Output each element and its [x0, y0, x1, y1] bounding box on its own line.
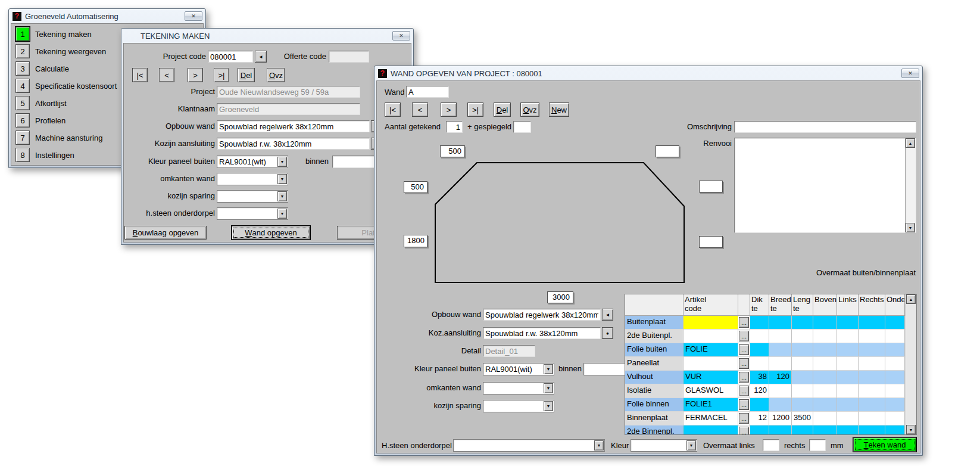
rechts-cell[interactable] — [859, 343, 885, 357]
lengte-cell[interactable] — [792, 425, 813, 435]
kleur-paneel-buiten-select[interactable]: RAL9001(wit) ▼ — [483, 363, 554, 375]
chevron-down-icon[interactable]: ▼ — [544, 383, 553, 393]
rechts-cell[interactable] — [859, 384, 885, 398]
onder-cell[interactable] — [885, 316, 905, 330]
links-cell[interactable] — [837, 357, 859, 371]
lookup-dots-button[interactable]: ... — [739, 331, 749, 341]
artikel-cell[interactable]: FERMACEL — [683, 412, 738, 425]
lookup-dots-button[interactable]: ... — [739, 413, 749, 424]
lengte-cell[interactable] — [792, 357, 813, 371]
rechts-cell[interactable] — [859, 398, 885, 412]
hsteen-onderdorpel-select[interactable]: ▼ — [453, 439, 605, 452]
delete-button[interactable]: Del — [238, 68, 255, 82]
breedte-cell[interactable] — [769, 384, 792, 398]
dikte-cell[interactable]: 38 — [750, 371, 769, 384]
dim-bottom-input[interactable]: 3000 — [547, 291, 573, 303]
close-icon[interactable]: ✕ — [185, 11, 202, 21]
renvooi-scrollbar[interactable]: ▲ ▼ — [905, 138, 916, 232]
onder-cell[interactable] — [885, 343, 905, 357]
table-scrollbar[interactable]: ▲ ▼ — [906, 294, 916, 434]
lengte-cell[interactable] — [792, 316, 813, 330]
omkanten-wand-select[interactable]: ▼ — [217, 173, 288, 185]
breedte-cell[interactable] — [769, 316, 792, 330]
renvooi-textarea[interactable]: ▲ ▼ — [734, 138, 916, 233]
dim-top-left-input[interactable]: 500 — [440, 145, 465, 157]
nav-prev-button[interactable]: < — [159, 68, 174, 82]
links-cell[interactable] — [837, 330, 859, 343]
chevron-down-icon[interactable]: ▼ — [277, 157, 287, 167]
gespiegeld-input[interactable] — [513, 121, 531, 133]
boven-cell[interactable] — [813, 357, 837, 371]
links-cell[interactable] — [837, 412, 859, 425]
overview-button[interactable]: Ovz — [520, 102, 539, 117]
dim-top-right-input[interactable] — [656, 145, 679, 157]
menu-button-8[interactable]: 8 — [15, 148, 30, 162]
artikel-cell[interactable] — [683, 425, 738, 435]
onder-cell[interactable] — [885, 398, 905, 412]
opbouw-wand-prev-icon[interactable]: ◄ — [602, 309, 613, 321]
dim-right-upper-input[interactable] — [699, 181, 723, 192]
dikte-cell[interactable] — [750, 316, 769, 330]
dikte-cell[interactable] — [750, 357, 769, 371]
sidebar-item-tekening-maken[interactable]: Tekening maken — [35, 30, 92, 39]
lengte-cell[interactable] — [792, 330, 813, 343]
teken-wand-button[interactable]: Teken wand — [853, 437, 916, 452]
chevron-down-icon[interactable]: ▼ — [277, 191, 287, 201]
close-icon[interactable]: ✕ — [901, 69, 919, 78]
boven-cell[interactable] — [813, 316, 837, 330]
koz-aansluiting-input[interactable] — [483, 327, 601, 339]
dikte-cell[interactable] — [750, 330, 769, 343]
onder-cell[interactable] — [885, 425, 905, 435]
menu-button-1[interactable]: 1 — [15, 27, 30, 41]
lengte-cell[interactable] — [792, 343, 813, 357]
scroll-down-icon[interactable]: ▼ — [906, 425, 916, 434]
kleur-paneel-buiten-select[interactable]: RAL9001(wit) ▼ — [217, 156, 288, 168]
breedte-cell[interactable] — [769, 425, 792, 435]
overview-button[interactable]: Ovz — [267, 68, 285, 82]
dikte-cell[interactable] — [750, 343, 769, 357]
lengte-cell[interactable] — [792, 398, 813, 412]
lookup-dots-button[interactable]: ... — [739, 386, 749, 396]
boven-cell[interactable] — [813, 398, 837, 412]
links-cell[interactable] — [837, 371, 859, 384]
opbouw-wand-input[interactable] — [217, 120, 370, 132]
breedte-cell[interactable] — [769, 398, 792, 412]
onder-cell[interactable] — [885, 412, 905, 425]
sidebar-item-profielen[interactable]: Profielen — [35, 116, 65, 125]
koz-aansluiting-lookup-icon[interactable]: ● — [602, 327, 613, 339]
kozijn-sparing-select[interactable]: ▼ — [483, 400, 554, 412]
dikte-cell[interactable] — [750, 398, 769, 412]
sidebar-item-instellingen[interactable]: Instellingen — [35, 151, 74, 160]
nav-next-button[interactable]: > — [441, 102, 457, 117]
links-cell[interactable] — [837, 425, 859, 435]
breedte-cell[interactable] — [769, 357, 792, 371]
scroll-up-icon[interactable]: ▲ — [906, 294, 916, 304]
lookup-dots-button[interactable]: ... — [739, 317, 749, 328]
lengte-cell[interactable] — [792, 384, 813, 398]
lookup-dots-button[interactable]: ... — [739, 427, 749, 435]
titlebar[interactable]: ? Groeneveld Automatisering — [9, 9, 205, 23]
lookup-dots-button[interactable]: ... — [739, 344, 749, 355]
titlebar[interactable]: TEKENING MAKEN — [121, 29, 413, 43]
nav-last-button[interactable]: >| — [214, 68, 229, 82]
nav-next-button[interactable]: > — [188, 68, 203, 82]
chevron-down-icon[interactable]: ▼ — [277, 209, 287, 219]
boven-cell[interactable] — [813, 412, 837, 425]
breedte-cell[interactable] — [769, 330, 792, 343]
scroll-down-icon[interactable]: ▼ — [906, 223, 915, 232]
kozijn-aansluiting-input[interactable] — [217, 138, 370, 150]
links-cell[interactable] — [837, 343, 859, 357]
scroll-up-icon[interactable]: ▲ — [906, 138, 915, 148]
boven-cell[interactable] — [813, 384, 837, 398]
hsteen-onderdorpel-select[interactable]: ▼ — [217, 207, 288, 220]
chevron-down-icon[interactable]: ▼ — [686, 440, 696, 451]
onder-cell[interactable] — [885, 371, 905, 384]
lengte-cell[interactable]: 3500 — [792, 412, 813, 425]
nav-first-button[interactable]: |< — [132, 68, 148, 82]
links-cell[interactable] — [837, 398, 859, 412]
breedte-cell[interactable]: 1200 — [769, 412, 792, 425]
menu-button-3[interactable]: 3 — [15, 61, 30, 76]
rechts-cell[interactable] — [859, 316, 885, 330]
omkanten-wand-select[interactable]: ▼ — [483, 382, 554, 394]
dikte-cell[interactable]: 120 — [750, 384, 769, 398]
